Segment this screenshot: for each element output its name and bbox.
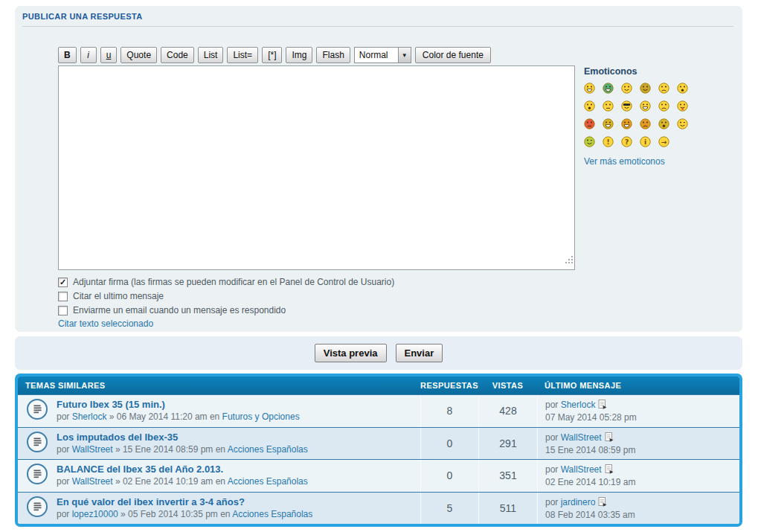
post-options: ✓Adjuntar firma (las firmas se pueden mo… — [58, 277, 394, 319]
font-color-button[interactable]: Color de fuente — [415, 47, 491, 63]
svg-text:!: ! — [606, 138, 609, 146]
topic-icon — [26, 463, 48, 488]
toolbar-button-flash[interactable]: Flash — [316, 47, 350, 63]
goto-last-post-icon[interactable] — [598, 497, 607, 510]
emoticon-exclaim[interactable]: ! — [603, 136, 614, 147]
emoticon-lol[interactable] — [640, 100, 651, 112]
checkbox-email-on-reply[interactable] — [58, 306, 68, 315]
option-attach-signature[interactable]: ✓Adjuntar firma (las firmas se pueden mo… — [58, 277, 394, 287]
smilies-title: Emoticonos — [584, 66, 710, 77]
last-post-byline: por Sherlock — [545, 399, 739, 412]
topic-icon — [26, 398, 48, 423]
toolbar-button-underline[interactable]: u — [100, 47, 118, 63]
topic-icon — [26, 496, 48, 521]
goto-last-post-icon[interactable] — [598, 400, 607, 412]
topic-forum-link[interactable]: Acciones Españolas — [228, 444, 308, 455]
topic-title-link[interactable]: Futuro Ibex 35 (15 min.) — [57, 399, 420, 411]
topic-byline: por WallStreet » 02 Ene 2014 10:19 am en… — [57, 475, 420, 487]
last-post-date: 07 May 2014 05:28 pm — [545, 412, 739, 423]
goto-last-post-icon[interactable] — [605, 432, 614, 445]
toolbar-button-list[interactable]: List — [198, 47, 224, 63]
emoticon-dizzy[interactable] — [658, 118, 669, 129]
last-post-author-link[interactable]: Sherlock — [561, 400, 596, 410]
option-email-on-reply[interactable]: Enviarme un email cuando un mensaje es r… — [58, 305, 394, 315]
toolbar-button-bold[interactable]: B — [58, 47, 77, 63]
resize-grip-icon[interactable] — [565, 262, 567, 263]
goto-last-post-icon[interactable] — [605, 464, 614, 477]
submit-button[interactable]: Enviar — [396, 344, 443, 362]
quote-selected-link[interactable]: Citar texto seleccionado — [58, 318, 153, 329]
toolbar-button-code[interactable]: Code — [161, 47, 194, 63]
smilies-panel: Emoticonos !?i→ Ver más emoticonos — [584, 66, 710, 167]
font-size-value: Normal — [355, 48, 398, 63]
more-smilies-link[interactable]: Ver más emoticonos — [584, 156, 665, 167]
emoticon-wink[interactable] — [677, 118, 688, 129]
topic-author-link[interactable]: WallStreet — [72, 444, 113, 455]
column-replies: RESPUESTAS — [420, 381, 478, 390]
checkbox-attach-signature[interactable]: ✓ — [58, 278, 68, 287]
option-quote-last-message[interactable]: Citar el ultimo mensaje — [58, 291, 394, 301]
emoticon-wink-green[interactable] — [584, 136, 595, 147]
emoticon-arrow[interactable]: → — [658, 136, 669, 147]
toolbar-button-list-ordered[interactable]: List= — [227, 47, 258, 63]
replies-count: 0 — [420, 460, 478, 492]
topic-byline: por Sherlock » 06 May 2014 11:20 am en F… — [57, 411, 420, 423]
views-count: 428 — [478, 395, 537, 427]
emoticon-surprised[interactable] — [677, 83, 688, 94]
emoticon-cool[interactable] — [621, 100, 632, 112]
topic-forum-link[interactable]: Futuros y Opciones — [222, 411, 300, 422]
last-post-byline: por WallStreet — [545, 464, 739, 477]
preview-button[interactable]: Vista previa — [315, 344, 387, 362]
option-label-attach-signature: Adjuntar firma (las firmas se pueden mod… — [73, 277, 394, 287]
topic-row: En qué valor del ibex invertir a 3-4 año… — [18, 492, 739, 525]
topic-author-link[interactable]: lopez10000 — [72, 509, 118, 519]
svg-text:?: ? — [625, 138, 629, 146]
topic-author-link[interactable]: WallStreet — [72, 476, 113, 487]
topic-title-link[interactable]: En qué valor del ibex invertir a 3-4 año… — [57, 496, 420, 508]
emoticon-eek[interactable] — [584, 100, 595, 112]
font-size-select[interactable]: Normal ▼ — [354, 47, 411, 63]
emoticon-idea[interactable]: i — [640, 136, 651, 147]
topic-row: Futuro Ibex 35 (15 min.)por Sherlock » 0… — [18, 394, 739, 427]
last-post-author-link[interactable]: jardinero — [561, 497, 596, 507]
topic-icon — [26, 431, 48, 456]
toolbar-button-list-item[interactable]: [*] — [262, 47, 282, 63]
message-textarea[interactable] — [58, 65, 575, 270]
emoticon-geek[interactable] — [603, 118, 614, 129]
last-post-date: 02 Ene 2014 10:19 am — [545, 477, 739, 487]
column-last-message: ÚLTIMO MENSAJE — [537, 381, 739, 390]
emoticon-twisted[interactable] — [640, 118, 651, 129]
last-post-author-link[interactable]: WallStreet — [561, 464, 602, 475]
last-post-byline: por WallStreet — [545, 432, 739, 445]
topic-title-link[interactable]: Los imputados del Ibex-35 — [57, 432, 420, 443]
topic-title-link[interactable]: BALANCE del Ibex 35 del Año 2.013. — [57, 464, 420, 475]
toolbar-button-img[interactable]: Img — [286, 47, 312, 63]
topic-author-link[interactable]: Sherlock — [72, 411, 107, 422]
topic-forum-link[interactable]: Acciones Españolas — [228, 476, 308, 487]
emoticon-evil[interactable] — [621, 118, 632, 129]
topic-row: BALANCE del Ibex 35 del Año 2.013.por Wa… — [18, 459, 739, 492]
emoticon-mad[interactable] — [658, 100, 669, 112]
views-count: 351 — [478, 460, 537, 492]
option-label-email-on-reply: Enviarme un email cuando un mensaje es r… — [73, 305, 286, 315]
emoticon-biggrin[interactable] — [584, 83, 595, 94]
emoticon-sad[interactable] — [658, 83, 669, 94]
emoticon-smile[interactable] — [621, 83, 632, 94]
topic-byline: por lopez10000 » 05 Feb 2014 10:35 pm en… — [57, 508, 420, 520]
last-post-author-link[interactable]: WallStreet — [561, 432, 602, 443]
emoticon-mrgreen[interactable] — [603, 83, 614, 94]
emoticon-smile-dark[interactable] — [640, 83, 651, 94]
chevron-down-icon: ▼ — [398, 48, 411, 63]
option-label-quote-last-message: Citar el ultimo mensaje — [73, 291, 164, 301]
emoticon-question[interactable]: ? — [621, 136, 632, 147]
toolbar-button-italic[interactable]: i — [80, 47, 97, 63]
toolbar-button-quote[interactable]: Quote — [121, 47, 157, 63]
emoticon-razz[interactable] — [677, 100, 688, 112]
views-count: 511 — [478, 493, 537, 525]
svg-text:i: i — [644, 138, 646, 146]
emoticon-redface[interactable] — [584, 118, 595, 129]
checkbox-quote-last-message[interactable] — [58, 292, 68, 301]
emoticon-neutral[interactable] — [603, 100, 614, 112]
topic-forum-link[interactable]: Acciones Españolas — [232, 509, 312, 519]
topic-row: Los imputados del Ibex-35por WallStreet … — [18, 427, 739, 460]
